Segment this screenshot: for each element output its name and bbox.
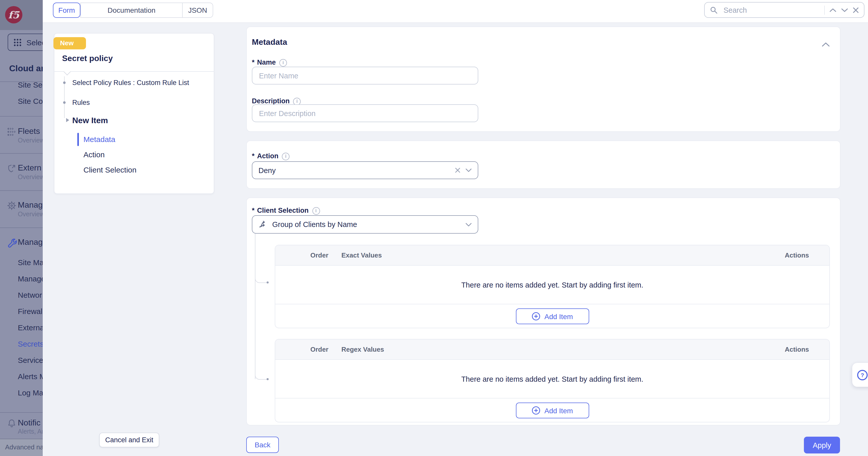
bell-icon: [7, 418, 17, 428]
field-label-text: Client Selection: [257, 207, 309, 215]
wizard-step-new-item[interactable]: New Item: [72, 116, 108, 125]
sidebar-item-label: Site Sec: [18, 81, 46, 90]
required-mark: *: [252, 152, 255, 160]
chevron-down-icon: [466, 169, 472, 172]
circle-plus-icon: [532, 406, 540, 415]
step-bullet: [63, 101, 66, 104]
back-button[interactable]: Back: [246, 437, 279, 453]
sidebar-item-label: Manag: [18, 200, 43, 210]
sidebar-section-heading: Cloud an: [9, 64, 46, 74]
empty-state-text: There are no items added yet. Start by a…: [275, 266, 829, 304]
sidebar-item-label: Firewall: [18, 307, 44, 316]
action-select[interactable]: Deny: [252, 161, 478, 179]
divider: [824, 5, 825, 14]
client-selection-section: * Client Selection Group of Clients by N…: [246, 197, 840, 425]
branch-icon: [258, 220, 267, 229]
divider: [55, 71, 214, 72]
tree-connector-dot: [267, 281, 269, 283]
app: Select s Cloud an Site Sec Site Co Fleet…: [0, 0, 868, 456]
close-icon[interactable]: [853, 7, 859, 13]
tree-connector-dot: [267, 378, 269, 380]
sidebar-item-sublabel: Overview: [18, 174, 44, 181]
section-title: Metadata: [252, 38, 287, 47]
field-label-text: Name: [257, 59, 276, 67]
sidebar-item-label: Externa: [18, 323, 44, 332]
fleet-icon: [7, 127, 17, 137]
wizard-nav-card: New Secret policy Select Policy Rules : …: [54, 33, 214, 194]
clear-icon[interactable]: [455, 168, 461, 173]
metadata-section: Metadata * Name Description: [246, 27, 840, 132]
description-input[interactable]: [252, 104, 478, 122]
table-header: Order Regex Values Actions: [275, 339, 829, 360]
client-selection-field-label: * Client Selection: [252, 207, 320, 215]
find-on-page-widget: [704, 2, 864, 18]
sidebar-item-sublabel: Overview: [18, 137, 44, 144]
workflow-panel: Form Documentation JSON New Secret polic…: [43, 0, 868, 456]
search-icon: [710, 6, 718, 14]
chevron-up-icon[interactable]: [829, 8, 836, 12]
action-field-label: * Action: [252, 152, 290, 160]
collapse-chevron-icon[interactable]: [822, 40, 830, 49]
tab-json[interactable]: JSON: [183, 3, 213, 18]
sidebar-item-label: Service: [18, 356, 43, 365]
wizard-substep-metadata[interactable]: Metadata: [84, 135, 115, 144]
search-input[interactable]: [722, 5, 820, 14]
sidebar-item-label: Extern: [18, 163, 41, 173]
empty-state-text: There are no items added yet. Start by a…: [275, 360, 829, 398]
action-section: * Action Deny: [246, 141, 840, 189]
info-icon[interactable]: [312, 207, 320, 214]
name-input[interactable]: [252, 67, 478, 85]
apply-button[interactable]: Apply: [804, 437, 840, 453]
new-badge: New: [54, 37, 86, 49]
column-header: Order: [310, 339, 329, 359]
wizard-step-rules[interactable]: Rules: [72, 98, 90, 107]
select-value: Group of Clients by Name: [272, 220, 461, 229]
tree-connector-elbow: [255, 234, 267, 379]
question-circle-icon: ?: [857, 369, 868, 381]
helm-wheel-icon: [7, 201, 17, 211]
exact-values-table: Order Exact Values Actions There are no …: [275, 245, 830, 328]
circle-plus-icon: [532, 312, 540, 321]
add-item-button[interactable]: Add Item: [516, 308, 589, 324]
tab-label: JSON: [188, 6, 207, 14]
logo-block: [0, 0, 43, 30]
sidebar-item-label: Alerts M: [18, 372, 46, 381]
sidebar-item-label: Manag: [18, 237, 43, 247]
column-header: Exact Values: [341, 245, 382, 265]
sidebar-item-label: Fleets: [18, 126, 40, 136]
info-icon[interactable]: [282, 152, 290, 160]
sidebar-item-label: Site Co: [18, 97, 43, 106]
regex-values-table: Order Regex Values Actions There are no …: [275, 339, 830, 422]
wizard-substep-action[interactable]: Action: [84, 150, 104, 159]
tab-form[interactable]: Form: [53, 3, 81, 18]
add-item-label: Add Item: [545, 312, 573, 321]
table-footer: Add Item: [275, 304, 829, 328]
caret-right-icon: [66, 118, 69, 122]
add-item-button[interactable]: Add Item: [516, 402, 589, 418]
advanced-nav-label[interactable]: Advanced nav: [5, 443, 47, 451]
info-icon[interactable]: [293, 97, 301, 105]
select-value: Deny: [258, 166, 450, 174]
required-mark: *: [252, 207, 255, 215]
sidebar-item-label: Site Ma: [18, 258, 44, 267]
tab-documentation[interactable]: Documentation: [81, 3, 183, 18]
tab-label: Form: [58, 6, 75, 14]
wizard-title: Secret policy: [62, 54, 113, 63]
client-selection-select[interactable]: Group of Clients by Name: [252, 215, 478, 234]
grid-icon: [13, 38, 22, 47]
wizard-step-select-policy-rules[interactable]: Select Policy Rules : Custom Rule List: [72, 79, 189, 87]
svg-text:?: ?: [861, 372, 864, 378]
top-toolbar: Form Documentation JSON: [43, 0, 868, 23]
cancel-and-exit-button[interactable]: Cancel and Exit: [99, 433, 159, 447]
table-footer: Add Item: [275, 398, 829, 422]
chevron-down-icon[interactable]: [841, 8, 848, 12]
help-button[interactable]: ?: [852, 363, 868, 387]
required-mark: *: [252, 59, 255, 67]
chevron-down-icon: [466, 223, 472, 226]
wizard-substep-client-selection[interactable]: Client Selection: [84, 165, 136, 175]
f5-logo-icon[interactable]: [5, 6, 22, 23]
tab-label: Documentation: [107, 6, 155, 14]
active-substep-bar: [78, 133, 79, 146]
info-icon[interactable]: [279, 59, 287, 66]
sidebar-item-label: Log Ma: [18, 388, 43, 397]
